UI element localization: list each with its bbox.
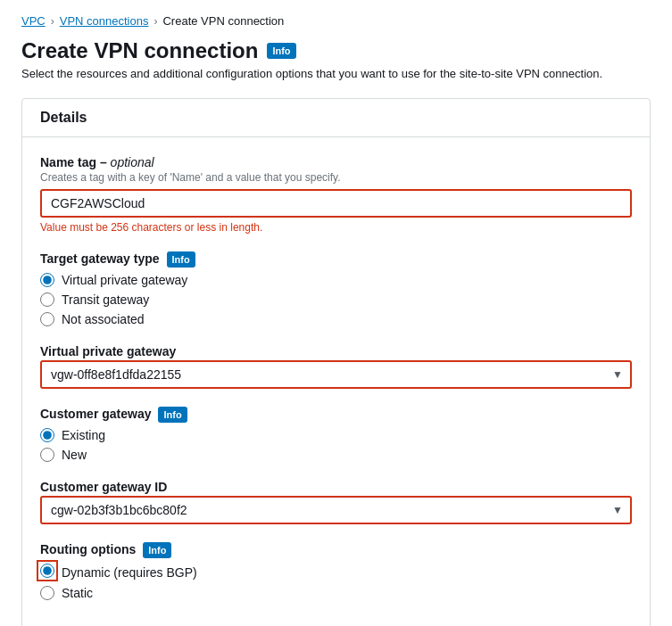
target-gateway-option-virtual[interactable]: Virtual private gateway (40, 273, 632, 287)
name-tag-label: Name tag – optional (40, 155, 632, 169)
customer-gateway-id-label: Customer gateway ID (40, 480, 632, 494)
target-gateway-type-label-row: Target gateway type Info (40, 251, 632, 268)
name-tag-input[interactable] (40, 189, 632, 218)
details-panel-header: Details (22, 99, 650, 137)
breadcrumb-vpc[interactable]: VPC (21, 14, 46, 28)
breadcrumb-sep-2: › (153, 15, 157, 28)
customer-gateway-id-select[interactable]: cgw-02b3f3b1bc6bc80f2 (40, 496, 632, 524)
name-tag-group: Name tag – optional Creates a tag with a… (40, 155, 632, 234)
breadcrumb-sep-1: › (51, 15, 54, 28)
breadcrumb-vpn-connections[interactable]: VPN connections (60, 14, 149, 28)
routing-options-label: Routing options (40, 542, 136, 556)
target-gateway-label-transit: Transit gateway (62, 292, 149, 307)
routing-option-dynamic[interactable]: Dynamic (requires BGP) (40, 564, 632, 581)
customer-gateway-id-group: Customer gateway ID cgw-02b3f3b1bc6bc80f… (40, 480, 632, 524)
target-gateway-label-virtual: Virtual private gateway (62, 273, 187, 287)
routing-options-radio-group: Dynamic (requires BGP) Static (40, 564, 632, 600)
target-gateway-option-not-associated[interactable]: Not associated (40, 312, 632, 326)
virtual-private-gateway-label: Virtual private gateway (40, 344, 632, 358)
customer-gateway-options: Existing New (40, 428, 632, 462)
customer-gateway-option-existing[interactable]: Existing (40, 428, 632, 442)
customer-gateway-option-new[interactable]: New (40, 448, 632, 462)
target-gateway-type-options: Virtual private gateway Transit gateway … (40, 273, 632, 326)
routing-label-dynamic: Dynamic (requires BGP) (62, 565, 197, 580)
customer-gateway-info-badge[interactable]: Info (158, 407, 187, 423)
virtual-private-gateway-select-wrapper: vgw-0ff8e8f1dfda22155 ▼ (40, 360, 632, 389)
page-info-badge[interactable]: Info (267, 43, 295, 59)
name-tag-helper: Creates a tag with a key of 'Name' and a… (40, 171, 632, 184)
target-gateway-option-transit[interactable]: Transit gateway (40, 292, 632, 307)
details-panel: Details Name tag – optional Creates a ta… (21, 98, 651, 626)
routing-options-group: Routing options Info Dynamic (requires B… (40, 542, 632, 600)
target-gateway-radio-virtual[interactable] (40, 273, 54, 287)
target-gateway-type-label: Target gateway type (40, 251, 160, 266)
page-title-row: Create VPN connection Info (21, 38, 651, 63)
page-description: Select the resources and additional conf… (21, 67, 651, 80)
virtual-private-gateway-group: Virtual private gateway vgw-0ff8e8f1dfda… (40, 344, 632, 389)
routing-option-static[interactable]: Static (40, 586, 632, 600)
routing-radio-dynamic[interactable] (40, 564, 54, 578)
routing-options-info-badge[interactable]: Info (143, 542, 171, 558)
target-gateway-radio-not-associated[interactable] (40, 312, 54, 326)
customer-gateway-radio-new[interactable] (40, 448, 54, 462)
customer-gateway-label-row: Customer gateway Info (40, 407, 632, 423)
customer-gateway-label-existing: Existing (62, 428, 105, 442)
target-gateway-info-badge[interactable]: Info (167, 251, 195, 268)
name-tag-hint: Value must be 256 characters or less in … (40, 221, 632, 234)
target-gateway-label-not-associated: Not associated (62, 312, 145, 326)
page-title: Create VPN connection (21, 38, 258, 63)
customer-gateway-group: Customer gateway Info Existing New (40, 407, 632, 462)
details-panel-body: Name tag – optional Creates a tag with a… (22, 137, 650, 626)
virtual-private-gateway-select[interactable]: vgw-0ff8e8f1dfda22155 (40, 360, 632, 389)
customer-gateway-label-new: New (62, 448, 87, 462)
customer-gateway-label: Customer gateway (40, 407, 151, 421)
breadcrumb: VPC › VPN connections › Create VPN conne… (21, 14, 651, 28)
routing-label-static: Static (62, 586, 93, 600)
target-gateway-radio-transit[interactable] (40, 292, 54, 307)
routing-radio-static[interactable] (40, 586, 54, 600)
customer-gateway-radio-existing[interactable] (40, 428, 54, 442)
customer-gateway-id-select-wrapper: cgw-02b3f3b1bc6bc80f2 ▼ (40, 496, 632, 524)
breadcrumb-current: Create VPN connection (162, 14, 284, 28)
target-gateway-type-group: Target gateway type Info Virtual private… (40, 251, 632, 326)
routing-options-label-row: Routing options Info (40, 542, 632, 558)
